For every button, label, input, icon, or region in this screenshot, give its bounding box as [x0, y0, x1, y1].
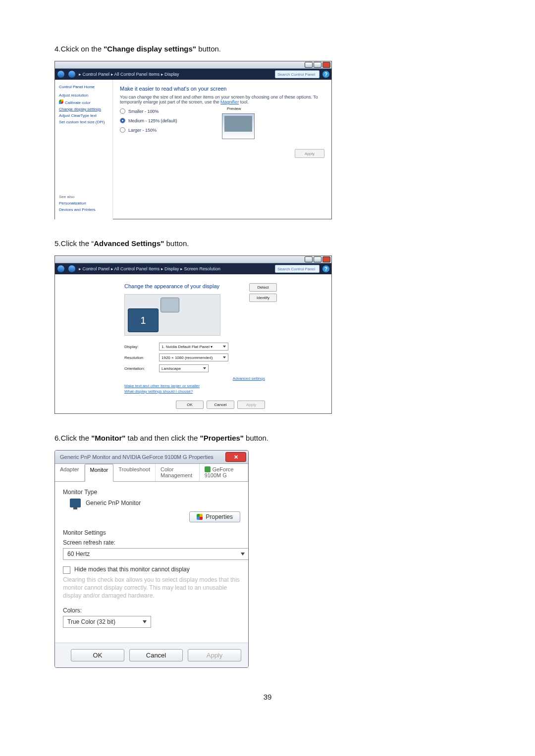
text-size-link[interactable]: Make text and other items larger or smal… [124, 384, 320, 388]
orientation-select[interactable]: Landscape [159, 364, 209, 372]
properties-button[interactable]: Properties [189, 511, 240, 522]
row-orientation: Orientation: Landscape [124, 364, 320, 372]
magnifier-link[interactable]: Magnifier [220, 100, 239, 104]
dialog-titlebar: Generic PnP Monitor and NVIDIA GeForce 9… [55, 451, 248, 464]
radio-label: Medium - 125% (default) [128, 118, 177, 123]
main-panel: Change the appearance of your display De… [55, 274, 331, 414]
sidebar-item-custom-dpi[interactable]: Set custom text size (DPI) [59, 120, 108, 124]
minimize-icon[interactable] [305, 256, 313, 262]
ok-button[interactable]: OK [176, 401, 204, 409]
window-titlebar [55, 61, 331, 69]
step4-prefix: 4.Ckick on the [54, 45, 104, 53]
desc-b: tool. [239, 100, 249, 104]
refresh-rate-select[interactable]: 60 Hertz [63, 548, 249, 560]
identify-button[interactable]: Identify [249, 294, 277, 302]
radio-icon [120, 127, 125, 133]
radio-icon [120, 108, 125, 114]
dialog-body: Monitor Type Generic PnP Monitor Propert… [55, 482, 248, 643]
button-label: Properties [206, 513, 233, 520]
back-icon[interactable] [57, 70, 65, 78]
colors-select[interactable]: True Color (32 bit) [63, 616, 151, 628]
select-value: True Color (32 bit) [67, 618, 115, 625]
step6-caption: 6.Click the "Monitor" tab and then click… [54, 434, 481, 442]
step6-bold2: "Properties" [200, 434, 244, 442]
cancel-button[interactable]: Cancel [207, 401, 234, 409]
sidebar-item-adjust-resolution[interactable]: Adjust resolution [59, 93, 108, 98]
sidebar-item-label: Calibrate color [65, 101, 91, 105]
radio-icon [120, 118, 125, 123]
monitor-icon [70, 499, 81, 507]
sidebar-home[interactable]: Control Panel Home [59, 85, 108, 89]
nav-bar: ▸ Control Panel ▸ All Control Panel Item… [55, 69, 331, 80]
search-input[interactable]: Search Control Panel [275, 70, 320, 78]
step6-prefix: 6.Click the [54, 434, 91, 442]
sidebar-item-devices-printers[interactable]: Devices and Printers [59, 207, 96, 212]
step5-suffix: button. [164, 239, 189, 248]
monitor-1[interactable]: 1 [128, 308, 159, 332]
sidebar-item-cleartype[interactable]: Adjust ClearType text [59, 113, 108, 118]
window-titlebar [55, 256, 331, 263]
close-icon[interactable] [322, 62, 330, 68]
display-select[interactable]: 1. Nvidia Default Flat Panel ▾ [159, 343, 228, 351]
tab-color-management[interactable]: Color Management [156, 464, 200, 481]
step5-prefix: 5.Click the “ [54, 239, 94, 248]
monitor-name: Generic PnP Monitor [86, 500, 141, 506]
help-icon[interactable]: ? [322, 71, 329, 78]
apply-button[interactable]: Apply [295, 149, 324, 158]
shield-icon [59, 100, 63, 104]
radio-label: Larger - 150% [128, 128, 157, 133]
colors-label: Colors: [63, 607, 240, 614]
chevron-down-icon [241, 553, 245, 555]
breadcrumb[interactable]: ▸ Control Panel ▸ All Control Panel Item… [79, 72, 272, 77]
hide-modes-checkbox-row[interactable]: Hide modes that this monitor cannot disp… [63, 566, 240, 574]
monitor-2[interactable] [160, 298, 179, 312]
monitor-arrangement[interactable]: 1 [124, 294, 220, 336]
step4-bold: "Change display settings" [104, 45, 196, 53]
help-icon[interactable]: ? [322, 265, 329, 272]
apply-button[interactable]: Apply [188, 649, 241, 661]
sidebar-item-change-display[interactable]: Change display settings [59, 107, 108, 111]
preview-label: Preview [227, 106, 241, 111]
cancel-button[interactable]: Cancel [129, 649, 183, 661]
desc-a: You can change the size of text and othe… [120, 95, 318, 104]
close-icon[interactable]: ✕ [225, 452, 246, 462]
sidebar-item-personalization[interactable]: Personalization [59, 201, 96, 205]
apply-button[interactable]: Apply [237, 401, 265, 409]
chevron-down-icon [143, 620, 147, 623]
close-icon[interactable] [322, 256, 330, 262]
advanced-settings-link[interactable]: Advanced settings [124, 376, 265, 381]
preview-monitor [222, 113, 255, 139]
nav-bar: ▸ Control Panel ▸ All Control Panel Item… [55, 263, 331, 274]
checkbox-label: Hide modes that this monitor cannot disp… [74, 566, 190, 573]
back-icon[interactable] [57, 265, 65, 273]
row-label: Display: [124, 345, 152, 349]
row-display: Display: 1. Nvidia Default Flat Panel ▾ [124, 343, 320, 351]
tab-troubleshoot[interactable]: Troubleshoot [113, 464, 156, 481]
radio-label: Smaller - 100% [128, 109, 159, 114]
ok-button[interactable]: OK [71, 649, 124, 661]
page-number: 39 [54, 693, 481, 701]
dialog-title: Generic PnP Monitor and NVIDIA GeForce 9… [60, 454, 214, 460]
detect-button[interactable]: Detect [249, 283, 277, 292]
tab-geforce[interactable]: GeForce 9100M G [200, 464, 248, 481]
row-label: Resolution: [124, 355, 152, 360]
row-resolution: Resolution: 1920 × 1080 (recommended) [124, 353, 320, 361]
hide-modes-note: Clearing this check box allows you to se… [63, 576, 240, 600]
minimize-icon[interactable] [305, 62, 313, 68]
forward-icon[interactable] [68, 265, 76, 273]
tab-monitor[interactable]: Monitor [85, 464, 114, 482]
maximize-icon[interactable] [314, 256, 321, 262]
forward-icon[interactable] [68, 70, 76, 78]
see-also-heading: See also [59, 195, 96, 199]
screenshot-display-settings: ▸ Control Panel ▸ All Control Panel Item… [54, 61, 332, 219]
main-panel: Make it easier to read what's on your sc… [113, 80, 331, 219]
screenshot-monitor-properties: Generic PnP Monitor and NVIDIA GeForce 9… [54, 450, 249, 668]
sidebar-item-calibrate-color[interactable]: Calibrate color [59, 100, 108, 105]
search-input[interactable]: Search Control Panel [275, 265, 320, 273]
maximize-icon[interactable] [314, 62, 321, 68]
breadcrumb[interactable]: ▸ Control Panel ▸ All Control Panel Item… [79, 266, 272, 271]
which-settings-link[interactable]: What display settings should I choose? [124, 389, 320, 394]
resolution-select[interactable]: 1920 × 1080 (recommended) [159, 353, 228, 361]
tab-adapter[interactable]: Adapter [55, 464, 85, 481]
shield-icon [197, 514, 203, 520]
